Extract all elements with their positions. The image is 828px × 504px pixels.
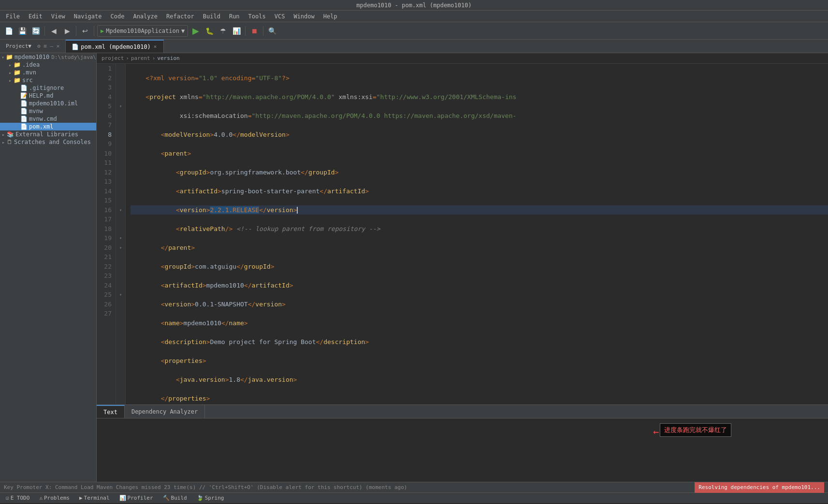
tree-extlib[interactable]: ▸ 📚 External Libraries bbox=[0, 130, 96, 138]
sep4 bbox=[245, 26, 246, 36]
pom-xml-tab[interactable]: 📄 pom.xml (mpdemo1010) × bbox=[66, 40, 164, 53]
profile-btn[interactable]: 📊 bbox=[231, 25, 242, 37]
profiler-tab[interactable]: 📊 Profiler bbox=[116, 493, 157, 504]
profiler-label: Profiler bbox=[128, 495, 153, 501]
forward-btn[interactable]: ▶ bbox=[61, 25, 73, 37]
title-bar: mpdemo1010 - pom.xml (mpdemo1010) bbox=[0, 0, 828, 11]
run-config-dropdown[interactable]: ▶ Mpdemo1010Application ▼ bbox=[97, 25, 188, 37]
tree-mvn-label: .mvn bbox=[22, 69, 36, 76]
tree-root-path: D:\study\java\ bbox=[51, 54, 96, 60]
tree-mvnw-label: mvnw bbox=[29, 108, 43, 115]
menu-vcs[interactable]: VCS bbox=[271, 12, 289, 21]
spring-tab[interactable]: 🍃 Spring bbox=[193, 493, 228, 504]
bottom-panel: Text Dependency Analyzer 进度条跑完就不爆红了 ← bbox=[97, 404, 828, 482]
profiler-icon: 📊 bbox=[119, 495, 126, 501]
line-numbers: 1 2 3 4 5 6 7 8 9 10 11 12 13 14 15 16 1… bbox=[97, 64, 116, 404]
text-tab[interactable]: Text bbox=[97, 405, 125, 418]
menu-bar: File Edit View Navigate Code Analyze Ref… bbox=[0, 11, 828, 22]
stop-btn[interactable]: ⏹ bbox=[248, 25, 260, 37]
new-file-btn[interactable]: 📄 bbox=[3, 25, 15, 37]
terminal-icon: ▶ bbox=[79, 495, 83, 501]
project-panel-tab[interactable]: Project▼ ⚙ ≡ – × bbox=[0, 40, 66, 53]
menu-help[interactable]: Help bbox=[320, 12, 341, 21]
tree-gitignore[interactable]: ▸ 📄 .gitignore bbox=[0, 84, 96, 92]
coverage-btn[interactable]: ☂ bbox=[217, 25, 229, 37]
spring-icon: 🍃 bbox=[197, 495, 203, 501]
breadcrumb-parent: parent bbox=[131, 55, 150, 61]
tree-mvnwcmd[interactable]: ▸ 📄 mvnw.cmd bbox=[0, 115, 96, 123]
tree-src-label: src bbox=[22, 77, 33, 84]
tree-mvnw[interactable]: ▸ 📄 mvnw bbox=[0, 107, 96, 115]
tree-root[interactable]: ▾ 📁 mpdemo1010 D:\study\java\ bbox=[0, 53, 96, 61]
menu-navigate[interactable]: Navigate bbox=[70, 12, 106, 21]
run-config-name: Mpdemo1010Application bbox=[106, 28, 179, 34]
terminal-label: Terminal bbox=[84, 495, 110, 501]
build-label: Build bbox=[171, 495, 187, 501]
tree-idea[interactable]: ▸ 📁 .idea bbox=[0, 61, 96, 69]
menu-build[interactable]: Build bbox=[199, 12, 224, 21]
menu-edit[interactable]: Edit bbox=[25, 12, 46, 21]
back-btn[interactable]: ◀ bbox=[48, 25, 59, 37]
menu-window[interactable]: Window bbox=[290, 12, 318, 21]
tree-pomxml[interactable]: ▸ 📄 pom.xml bbox=[0, 123, 96, 130]
bottom-content: 进度条跑完就不爆红了 ← bbox=[97, 418, 828, 482]
todo-tab[interactable]: ☑ E TODO bbox=[2, 493, 33, 504]
terminal-tab[interactable]: ▶ Terminal bbox=[75, 493, 114, 504]
todo-label: E TODO bbox=[11, 495, 30, 501]
tree-mvnwcmd-label: mvnw.cmd bbox=[29, 115, 57, 122]
bottom-tabs: Text Dependency Analyzer bbox=[97, 405, 828, 418]
menu-file[interactable]: File bbox=[2, 12, 24, 21]
menu-refactor[interactable]: Refactor bbox=[162, 12, 198, 21]
tree-src[interactable]: ▸ 📁 src bbox=[0, 76, 96, 84]
breadcrumb: project › parent › version bbox=[97, 53, 828, 64]
text-tab-label: Text bbox=[103, 409, 117, 416]
problems-icon: ⚠ bbox=[39, 495, 43, 501]
tree-mvn[interactable]: ▸ 📁 .mvn bbox=[0, 69, 96, 76]
menu-view[interactable]: View bbox=[47, 12, 69, 21]
pom-tab-label: pom.xml (mpdemo1010) bbox=[81, 43, 151, 50]
todo-icon: ☑ bbox=[6, 495, 9, 501]
toolbar: 📄 💾 🔄 ◀ ▶ ↩ ▶ Mpdemo1010Application ▼ ▶ … bbox=[0, 22, 828, 40]
tree-helpmd[interactable]: ▸ 📝 HELP.md bbox=[0, 92, 96, 100]
menu-tools[interactable]: Tools bbox=[245, 12, 270, 21]
code-content[interactable]: <?xml version="1.0" encoding="UTF-8"?> <… bbox=[126, 64, 828, 404]
sep3 bbox=[94, 26, 94, 36]
tree-idea-label: .idea bbox=[22, 61, 40, 68]
tree-iml[interactable]: ▸ 📄 mpdemo1010.iml bbox=[0, 100, 96, 107]
build-tab[interactable]: 🔨 Build bbox=[159, 493, 191, 504]
tree-scratches[interactable]: ▸ 🗒 Scratches and Consoles bbox=[0, 138, 96, 146]
search-everywhere-btn[interactable]: 🔍 bbox=[266, 25, 278, 37]
save-btn[interactable]: 💾 bbox=[16, 25, 28, 37]
resolving-status: Resolving dependencies of mpdemo101... bbox=[695, 482, 824, 493]
editor-area: project › parent › version 1 2 3 4 5 6 7… bbox=[97, 53, 828, 482]
annotation-box: 进度条跑完就不爆红了 bbox=[660, 423, 731, 437]
debug-btn[interactable]: 🐛 bbox=[203, 25, 215, 37]
annotation-arrow: ← bbox=[653, 426, 659, 437]
tree-extlib-label: External Libraries bbox=[15, 131, 78, 138]
sep2 bbox=[76, 26, 76, 36]
menu-analyze[interactable]: Analyze bbox=[129, 12, 161, 21]
code-editor[interactable]: 1 2 3 4 5 6 7 8 9 10 11 12 13 14 15 16 1… bbox=[97, 64, 828, 404]
tree-iml-label: mpdemo1010.iml bbox=[29, 100, 78, 107]
annotation-text: 进度条跑完就不爆红了 bbox=[664, 426, 727, 433]
sep5 bbox=[263, 26, 263, 36]
sep1 bbox=[44, 26, 45, 36]
menu-run[interactable]: Run bbox=[225, 12, 244, 21]
problems-tab[interactable]: ⚠ Problems bbox=[35, 493, 73, 504]
revert-btn[interactable]: ↩ bbox=[79, 25, 91, 37]
gutter: ▾ ▾ ▾ ▾ ▾ bbox=[116, 64, 126, 404]
main-area: ▾ 📁 mpdemo1010 D:\study\java\ ▸ 📁 .idea … bbox=[0, 53, 828, 482]
breadcrumb-version: version bbox=[157, 55, 179, 61]
tabs-bar: Project▼ ⚙ ≡ – × 📄 pom.xml (mpdemo1010) … bbox=[0, 40, 828, 53]
breadcrumb-project: project bbox=[102, 55, 124, 61]
pom-tab-close[interactable]: × bbox=[153, 43, 158, 50]
tree-helpmd-label: HELP.md bbox=[29, 92, 54, 99]
run-btn[interactable]: ▶ bbox=[190, 25, 202, 37]
dep-analyzer-tab[interactable]: Dependency Analyzer bbox=[125, 405, 205, 418]
problems-label: Problems bbox=[44, 495, 70, 501]
title-text: mpdemo1010 - pom.xml (mpdemo1010) bbox=[356, 2, 471, 9]
menu-code[interactable]: Code bbox=[107, 12, 129, 21]
sync-btn[interactable]: 🔄 bbox=[30, 25, 42, 37]
dep-tab-label: Dependency Analyzer bbox=[131, 408, 198, 415]
project-tab-label: Project▼ bbox=[6, 43, 31, 49]
